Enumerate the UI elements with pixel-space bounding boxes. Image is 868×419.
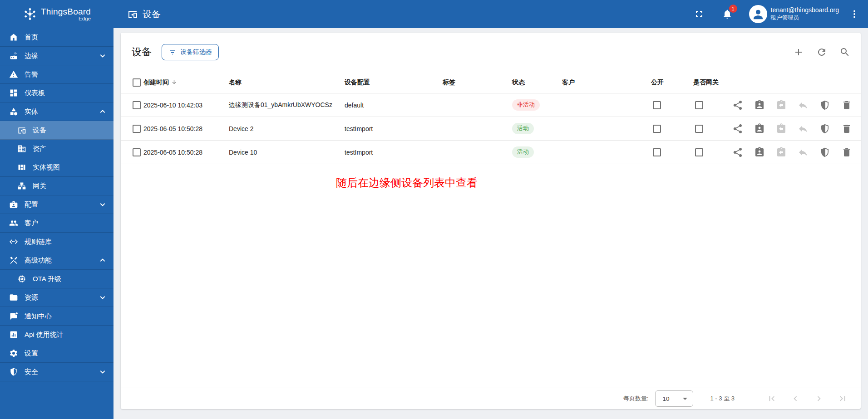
sidebar-item-security[interactable]: 安全 — [0, 363, 113, 381]
sidebar-item-label: 配置 — [25, 200, 92, 209]
sidebar-item-alarms[interactable]: 告警 — [0, 65, 113, 84]
sidebar-item-devices[interactable]: 设备 — [0, 121, 113, 140]
sidebar-item-api-usage[interactable]: Api 使用统计 — [0, 326, 113, 344]
unassign-from-customer-button[interactable] — [776, 100, 787, 111]
sidebar-item-dashboards[interactable]: 仪表板 — [0, 84, 113, 102]
unassign-from-edge-button[interactable] — [798, 147, 809, 158]
thingsboard-logo-icon — [23, 7, 37, 21]
assign-to-customer-button[interactable] — [754, 100, 765, 111]
add-device-button[interactable] — [793, 46, 804, 58]
share-icon — [732, 147, 743, 158]
column-header-is-gateway[interactable]: 是否网关 — [693, 78, 732, 87]
page-title: 设备 — [127, 8, 161, 20]
is-gateway-checkbox[interactable] — [695, 125, 703, 133]
folder-icon — [9, 293, 18, 302]
sidebar-item-profiles[interactable]: 配置 — [0, 195, 113, 214]
unassign-from-customer-button[interactable] — [776, 147, 787, 158]
sidebar-item-resources[interactable]: 资源 — [0, 288, 113, 307]
reply-arrow-icon — [798, 100, 809, 111]
chevron-down-icon — [98, 51, 107, 60]
per-page-value: 10 — [663, 395, 670, 402]
message-dot-icon — [9, 312, 18, 321]
is-gateway-checkbox[interactable] — [695, 101, 703, 109]
manage-credentials-button[interactable] — [819, 100, 830, 111]
sidebar-item-label: 首页 — [25, 33, 107, 42]
sidebar-item-settings[interactable]: 设置 — [0, 344, 113, 363]
table-row[interactable]: 2025-06-10 10:42:03 边缘测设备01_ybAmkrUbXWYO… — [121, 93, 861, 117]
sidebar-item-gateways[interactable]: 网关 — [0, 177, 113, 195]
chevron-down-icon — [98, 293, 107, 302]
public-checkbox[interactable] — [653, 148, 661, 156]
column-header-label[interactable]: 标签 — [443, 78, 512, 87]
unassign-from-edge-button[interactable] — [798, 100, 809, 111]
sidebar-item-label: OTA 升级 — [33, 275, 107, 283]
refresh-button[interactable] — [816, 46, 828, 58]
gear-icon — [9, 349, 18, 358]
per-page-select[interactable]: 10 — [655, 390, 693, 407]
last-page-button[interactable] — [836, 392, 849, 405]
unassign-from-customer-button[interactable] — [776, 123, 787, 134]
row-checkbox[interactable] — [133, 101, 141, 109]
delete-button[interactable] — [841, 123, 852, 134]
kebab-icon — [849, 9, 860, 19]
column-header-name[interactable]: 名称 — [229, 78, 345, 87]
column-header-public[interactable]: 公开 — [651, 78, 693, 87]
select-all-checkbox[interactable] — [133, 78, 141, 87]
trash-icon — [841, 123, 852, 134]
sidebar-item-advanced-features[interactable]: 高级功能 — [0, 251, 113, 270]
row-checkbox[interactable] — [133, 148, 141, 156]
share-button[interactable] — [732, 100, 743, 111]
column-header-device-profile[interactable]: 设备配置 — [345, 78, 443, 87]
sidebar-item-entity-views[interactable]: 实体视图 — [0, 158, 113, 177]
search-button[interactable] — [839, 46, 851, 58]
column-header-state[interactable]: 状态 — [512, 78, 562, 87]
cell-created-time: 2025-06-10 10:42:03 — [143, 102, 229, 109]
devices-table: 创建时间 名称 设备配置 标签 状态 客户 公开 是否网关 2025-06-10… — [121, 72, 861, 164]
card-title: 设备 — [132, 45, 152, 59]
table-row[interactable]: 2025-06-05 10:50:28 Device 10 testImport… — [121, 141, 861, 164]
delete-button[interactable] — [841, 100, 852, 111]
sidebar-item-assets[interactable]: 资产 — [0, 140, 113, 158]
device-filter-button[interactable]: 设备筛选器 — [162, 44, 219, 60]
sidebar-item-entities[interactable]: 实体 — [0, 102, 113, 121]
row-checkbox[interactable] — [133, 125, 141, 133]
row-actions — [732, 147, 861, 158]
first-page-button[interactable] — [765, 392, 778, 405]
notification-count-badge: 1 — [729, 5, 737, 13]
sidebar-item-ota-updates[interactable]: OTA 升级 — [0, 270, 113, 288]
unassign-from-edge-button[interactable] — [798, 123, 809, 134]
assign-to-customer-button[interactable] — [754, 147, 765, 158]
annotation-note: 随后在边缘侧设备列表中查看 — [336, 175, 861, 190]
sidebar-item-notification-center[interactable]: 通知中心 — [0, 307, 113, 326]
sidebar-item-edge[interactable]: 边缘 — [0, 47, 113, 65]
devices-icon — [127, 9, 138, 19]
share-button[interactable] — [732, 147, 743, 158]
sidebar-item-label: 安全 — [25, 368, 92, 376]
table-row[interactable]: 2025-06-05 10:50:28 Device 2 testImport … — [121, 117, 861, 141]
sidebar-item-label: 设备 — [33, 126, 107, 135]
public-checkbox[interactable] — [653, 101, 661, 109]
avatar[interactable] — [749, 5, 767, 23]
public-checkbox[interactable] — [653, 125, 661, 133]
sidebar-item-rule-chains[interactable]: 规则链库 — [0, 233, 113, 251]
delete-button[interactable] — [841, 147, 852, 158]
share-button[interactable] — [732, 123, 743, 134]
column-header-customer[interactable]: 客户 — [562, 78, 651, 87]
filter-icon — [168, 48, 177, 56]
sidebar-item-label: 设置 — [25, 349, 107, 358]
sidebar-item-label: 实体视图 — [33, 163, 107, 172]
previous-page-button[interactable] — [789, 392, 802, 405]
chevron-down-icon — [98, 367, 107, 376]
sidebar-item-customers[interactable]: 客户 — [0, 214, 113, 233]
next-page-button[interactable] — [813, 392, 825, 405]
plus-icon — [793, 47, 804, 58]
column-header-created-time[interactable]: 创建时间 — [143, 78, 229, 87]
sidebar-item-home[interactable]: 首页 — [0, 28, 113, 47]
manage-credentials-button[interactable] — [819, 123, 830, 134]
more-menu-button[interactable] — [845, 5, 863, 23]
manage-credentials-button[interactable] — [819, 147, 830, 158]
fullscreen-button[interactable] — [690, 5, 708, 23]
is-gateway-checkbox[interactable] — [695, 148, 703, 156]
assign-to-customer-button[interactable] — [754, 123, 765, 134]
notifications-button[interactable]: 1 — [718, 5, 736, 23]
